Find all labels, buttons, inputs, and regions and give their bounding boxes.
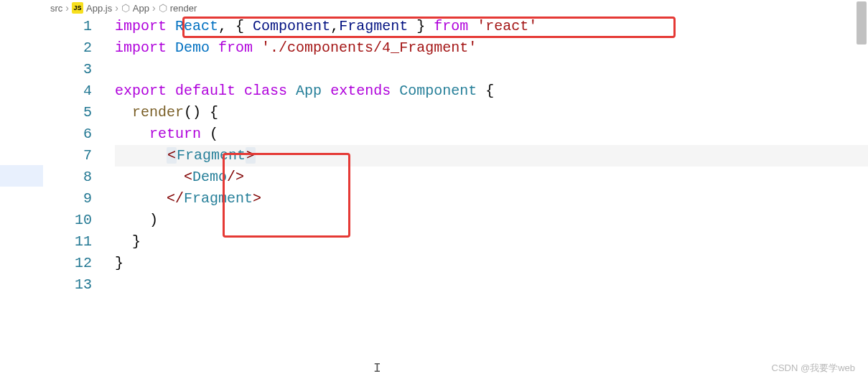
code-line[interactable]: render() { — [115, 102, 868, 123]
breadcrumb[interactable]: src › JS App.js › ⬡ App › ⬡ render — [43, 0, 868, 16]
code-line[interactable]: } — [115, 253, 868, 274]
line-number: 4 — [43, 80, 108, 102]
line-number: 13 — [43, 274, 108, 296]
js-file-icon: JS — [72, 2, 83, 14]
code-line[interactable]: import React, { Component,Fragment } fro… — [115, 16, 868, 37]
code-line[interactable]: } — [115, 231, 868, 253]
code-line[interactable] — [115, 59, 868, 80]
code-line[interactable]: <Demo/> — [115, 167, 868, 188]
text-cursor-icon: I — [373, 361, 381, 375]
breadcrumb-symbol[interactable]: render — [170, 3, 197, 14]
line-number: 5 — [43, 102, 108, 123]
code-line[interactable]: export default class App extends Compone… — [115, 80, 868, 102]
code-area[interactable]: 1 2 3 4 5 6 7 8 9 10 11 12 13 import Rea… — [43, 16, 868, 296]
line-number: 7 — [43, 145, 108, 167]
line-number: 6 — [43, 123, 108, 145]
chevron-right-icon: › — [152, 2, 156, 14]
line-number: 3 — [43, 59, 108, 80]
code-line[interactable]: import Demo from './components/4_Fragmen… — [115, 37, 868, 59]
line-number: 1 — [43, 16, 108, 37]
symbol-method-icon: ⬡ — [159, 2, 167, 14]
code-line[interactable]: </Fragment> — [115, 188, 868, 210]
line-number: 12 — [43, 253, 108, 274]
breadcrumb-folder[interactable]: src — [50, 3, 62, 14]
code-line[interactable]: return ( — [115, 123, 868, 145]
scrollbar-thumb[interactable] — [857, 1, 867, 45]
line-number: 11 — [43, 231, 108, 253]
breadcrumb-file[interactable]: App.js — [86, 3, 112, 14]
breadcrumb-symbol[interactable]: App — [133, 3, 149, 14]
line-number: 2 — [43, 37, 108, 59]
code-line[interactable]: <Fragment> — [115, 145, 868, 167]
line-number: 10 — [43, 210, 108, 231]
code-line[interactable]: ) — [115, 210, 868, 231]
code-lines[interactable]: import React, { Component,Fragment } fro… — [115, 16, 868, 296]
symbol-class-icon: ⬡ — [121, 2, 130, 14]
editor: src › JS App.js › ⬡ App › ⬡ render 1 2 3… — [43, 0, 868, 379]
gutter: 1 2 3 4 5 6 7 8 9 10 11 12 13 — [43, 16, 108, 296]
line-number: 9 — [43, 188, 108, 210]
left-strip — [0, 165, 43, 187]
watermark: CSDN @我要学web — [772, 362, 856, 375]
chevron-right-icon: › — [65, 2, 69, 14]
code-line[interactable] — [115, 274, 868, 296]
chevron-right-icon: › — [115, 2, 118, 14]
line-number: 8 — [43, 167, 108, 188]
